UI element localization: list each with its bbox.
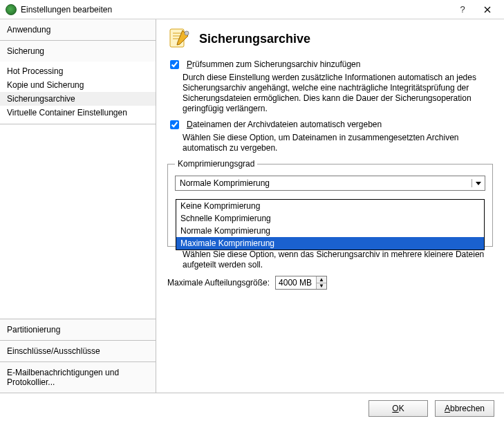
compression-combo[interactable]: Normale Komprimierung — [175, 176, 485, 191]
split-size-input[interactable] — [276, 276, 316, 289]
page-title: Sicherungsarchive — [199, 32, 310, 46]
close-button[interactable] — [475, 1, 500, 18]
split-size-spinner[interactable]: ▲ ▼ — [275, 276, 327, 290]
chevron-down-icon — [476, 182, 481, 185]
sidebar-header-sicherung[interactable]: Sicherung — [0, 41, 156, 62]
autoname-desc: Wählen Sie diese Option, um Dateinamen i… — [183, 133, 493, 153]
checksum-desc: Durch diese Einstellung werden zusätzlic… — [183, 73, 493, 114]
sidebar: Anwendung Sicherung Hot Processing Kopie… — [0, 19, 156, 393]
compression-dropdown[interactable]: Keine Komprimierung Schnelle Komprimieru… — [176, 199, 485, 250]
ok-button[interactable]: OK — [368, 400, 428, 417]
checksum-label[interactable]: Prüfsummen zum Sicherungsarchiv hinzufüg… — [187, 59, 360, 71]
compression-option-none[interactable]: Keine Komprimierung — [176, 200, 484, 212]
tools-icon — [167, 26, 192, 51]
sidebar-item-virtuelle-container[interactable]: Virtuelle Container Einstellungen — [0, 106, 156, 120]
sidebar-item-email-protokoll[interactable]: E-Mailbenachrichtigungen und Protokollie… — [0, 361, 156, 393]
compression-group: Komprimierungsgrad Normale Komprimierung… — [167, 159, 493, 247]
split-desc: Wählen Sie diese Option, wenn das Sicher… — [183, 250, 493, 270]
compression-option-fast[interactable]: Schnelle Komprimierung — [176, 212, 484, 225]
sidebar-item-hot-processing[interactable]: Hot Processing — [0, 64, 156, 78]
compression-option-normal[interactable]: Normale Komprimierung — [176, 225, 484, 237]
split-size-label: Maximale Aufteilungsgröße: — [167, 278, 270, 288]
svg-point-1 — [185, 31, 189, 35]
sidebar-item-einschluesse[interactable]: Einschlüsse/Ausschlüsse — [0, 340, 156, 361]
sidebar-item-partitionierung[interactable]: Partitionierung — [0, 319, 156, 340]
help-button[interactable]: ? — [450, 1, 475, 18]
sidebar-header-anwendung[interactable]: Anwendung — [0, 19, 156, 40]
sidebar-section-anwendung[interactable]: Anwendung — [0, 19, 156, 41]
sidebar-item-kopie-und-sicherung[interactable]: Kopie und Sicherung — [0, 78, 156, 92]
window-title: Einstellungen bearbeiten — [21, 5, 450, 15]
content-pane: Sicherungsarchive Prüfsummen zum Sicheru… — [156, 19, 504, 393]
titlebar: Einstellungen bearbeiten ? — [0, 0, 504, 19]
autoname-label[interactable]: Dateinamen der Archivdateien automatisch… — [187, 120, 382, 131]
sidebar-item-sicherungsarchive[interactable]: Sicherungsarchive — [0, 92, 156, 106]
autoname-checkbox[interactable] — [170, 120, 179, 129]
compression-combo-value: Normale Komprimierung — [180, 178, 270, 188]
cancel-button[interactable]: Abbrechen — [435, 400, 494, 417]
sidebar-section-sicherung: Sicherung Hot Processing Kopie und Siche… — [0, 41, 156, 124]
spinner-down-button[interactable]: ▼ — [317, 283, 326, 289]
compression-option-max[interactable]: Maximale Komprimierung — [176, 237, 484, 250]
app-icon — [6, 4, 17, 15]
button-bar: OK Abbrechen — [0, 393, 504, 423]
compression-legend: Komprimierungsgrad — [175, 159, 257, 169]
checksum-checkbox[interactable] — [170, 60, 179, 69]
spinner-up-button[interactable]: ▲ — [317, 276, 326, 283]
